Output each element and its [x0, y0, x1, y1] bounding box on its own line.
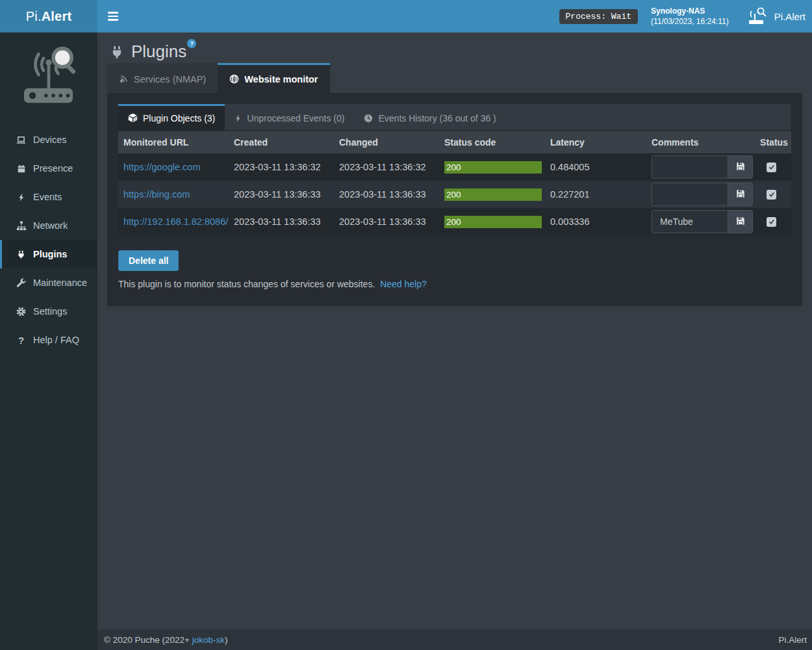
plugin-objects-table: Monitored URL Created Changed Status cod… [118, 131, 791, 235]
monitored-url-link[interactable]: https://google.com [123, 162, 201, 172]
calendar-icon [16, 164, 27, 174]
brand-logo-pre: Pi. [26, 9, 42, 24]
copyright-close: ) [225, 635, 228, 645]
sidebar-toggle-button[interactable] [97, 0, 129, 32]
col-status-code: Status code [439, 131, 545, 153]
comment-input-group [652, 155, 753, 179]
monitored-url-link[interactable]: http://192.168.1.82:8086/ [123, 216, 228, 227]
sidebar-item-label: Help / FAQ [33, 335, 79, 345]
table-row: https://bing.com 2023-03-11 13:36:33 202… [118, 181, 791, 208]
col-comments: Comments [646, 131, 752, 153]
tab-unprocessed-events[interactable]: Unprocessed Events (0) [225, 104, 354, 130]
jokob-sk-link[interactable]: jokob-sk [192, 635, 225, 645]
plug-icon [16, 250, 27, 259]
bolt-icon [235, 114, 242, 123]
sidebar-item-label: Maintenance [33, 278, 87, 288]
sidebar-item-network[interactable]: Network [0, 211, 97, 240]
menu-icon [108, 12, 118, 21]
created-cell: 2023-03-11 13:36:32 [229, 153, 334, 181]
changed-cell: 2023-03-11 13:36:33 [334, 181, 439, 208]
footer-app-name: Pi.Alert [778, 635, 807, 645]
comment-input[interactable] [652, 183, 728, 205]
sidebar-item-label: Events [33, 192, 62, 202]
pialert-logo-icon [14, 42, 84, 111]
top-navbar: Pi.Alert Process: Wait Synology-NAS (11/… [0, 0, 812, 32]
brand-logo[interactable]: Pi.Alert [0, 0, 97, 32]
copyright-text: © 2020 Puche (2022+ [104, 635, 190, 645]
tab-label: Services (NMAP) [134, 74, 206, 84]
tab-plugin-objects[interactable]: Plugin Objects (3) [118, 104, 225, 130]
device-info: Synology-NAS (11/03/2023, 16:24:11) [651, 6, 729, 27]
need-help-link[interactable]: Need help? [380, 279, 427, 289]
sidebar-item-label: Plugins [33, 249, 67, 259]
sitemap-icon [16, 221, 27, 231]
gear-icon [16, 307, 27, 317]
bolt-icon [16, 192, 27, 202]
save-comment-button[interactable] [728, 156, 752, 178]
check-icon [768, 162, 775, 172]
sidebar-item-help[interactable]: ? Help / FAQ [0, 326, 97, 354]
page-header: Plugins ? [97, 32, 812, 63]
check-icon [768, 189, 775, 200]
save-icon [736, 216, 745, 228]
navbar: Process: Wait Synology-NAS (11/03/2023, … [97, 0, 812, 32]
status-checkbox[interactable] [767, 190, 776, 200]
website-monitor-panel: Plugin Objects (3) Unprocessed Events (0… [107, 93, 802, 306]
comment-input[interactable] [652, 211, 728, 233]
status-checkbox[interactable] [767, 217, 776, 227]
device-name: Synology-NAS [651, 6, 729, 16]
globe-icon [229, 74, 239, 84]
help-badge[interactable]: ? [187, 39, 196, 48]
check-icon [768, 216, 775, 227]
plugin-tabs: Services (NMAP) Website monitor [107, 63, 812, 93]
sidebar: Devices Presence Events Network [0, 32, 97, 650]
tab-website-monitor[interactable]: Website monitor [218, 63, 329, 93]
plugin-description: This plugin is to monitor status changes… [118, 279, 375, 289]
table-row: https://google.com 2023-03-11 13:36:32 2… [118, 153, 791, 181]
tab-label: Unprocessed Events (0) [247, 113, 344, 124]
sidebar-item-events[interactable]: Events [0, 183, 97, 211]
laptop-icon [16, 135, 27, 145]
created-cell: 2023-03-11 13:36:33 [229, 181, 334, 208]
tab-label: Website monitor [244, 74, 318, 84]
tab-events-history[interactable]: Events History (36 out of 36 ) [354, 104, 505, 130]
comment-input-group [652, 210, 753, 233]
latency-cell: 0.003336 [545, 208, 646, 235]
changed-cell: 2023-03-11 13:36:32 [334, 153, 439, 181]
cube-icon [128, 113, 138, 123]
sidebar-item-maintenance[interactable]: Maintenance [0, 268, 97, 297]
main-content: Plugins ? Services (NMAP) [97, 32, 812, 629]
brand-logo-bold: Alert [42, 9, 72, 24]
sidebar-item-devices[interactable]: Devices [0, 125, 97, 154]
col-monitored-url: Monitored URL [118, 131, 229, 153]
col-created: Created [229, 131, 334, 153]
wrench-icon [16, 278, 27, 288]
delete-all-button[interactable]: Delete all [118, 250, 179, 271]
latency-cell: 0.484005 [545, 153, 646, 181]
sidebar-item-label: Network [33, 220, 68, 231]
status-checkbox[interactable] [767, 162, 776, 172]
status-code-bar: 200 [444, 161, 542, 174]
clock-icon [364, 114, 373, 123]
save-comment-button[interactable] [728, 183, 752, 205]
latency-cell: 0.227201 [545, 181, 646, 208]
table-row: http://192.168.1.82:8086/ 2023-03-11 13:… [118, 208, 791, 235]
sidebar-item-settings[interactable]: Settings [0, 297, 97, 326]
process-status-badge[interactable]: Process: Wait [559, 9, 638, 24]
sidebar-item-presence[interactable]: Presence [0, 154, 97, 183]
monitored-url-link[interactable]: https://bing.com [123, 189, 190, 200]
table-header-row: Monitored URL Created Changed Status cod… [118, 131, 791, 153]
comment-input[interactable] [652, 156, 728, 178]
status-code-bar: 200 [444, 216, 542, 228]
status-code-bar: 200 [444, 188, 542, 201]
changed-cell: 2023-03-11 13:36:33 [334, 208, 439, 235]
tab-label: Plugin Objects (3) [143, 113, 215, 124]
router-search-icon [747, 7, 769, 25]
sidebar-item-plugins[interactable]: Plugins [0, 240, 97, 268]
tab-services-nmap[interactable]: Services (NMAP) [107, 63, 218, 93]
sidebar-item-label: Settings [33, 306, 67, 317]
question-icon: ? [16, 335, 27, 346]
save-icon [736, 189, 745, 200]
col-changed: Changed [334, 131, 439, 153]
save-comment-button[interactable] [728, 211, 752, 233]
